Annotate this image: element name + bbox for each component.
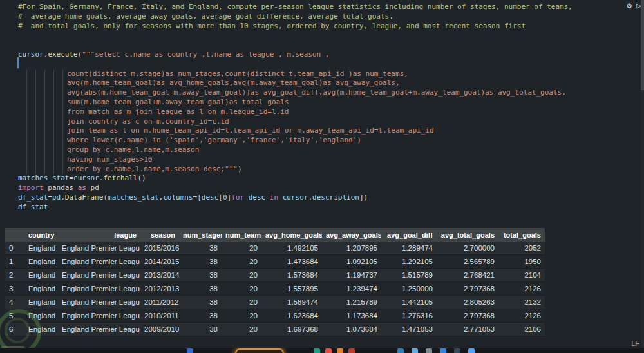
taskbar-active-app[interactable] — [235, 348, 284, 353]
table-cell: 2104 — [498, 269, 545, 282]
code-line[interactable] — [18, 41, 638, 50]
table-cell: 38 — [179, 309, 222, 323]
table-cell: 20 — [222, 282, 261, 296]
code-line[interactable]: order by c.name,l.name,m.season desc;"""… — [18, 165, 638, 175]
table-row: 2EnglandEngland Premier League2013/20143… — [5, 269, 545, 282]
taskbar-icon[interactable] — [314, 348, 320, 353]
table-cell: England — [24, 242, 58, 255]
indent-guides — [18, 79, 67, 88]
scrollbar-thumb[interactable] — [641, 0, 644, 90]
column-header: avg_away_goals — [322, 228, 381, 242]
code-line[interactable] — [18, 60, 638, 70]
column-header: num_stages — [179, 228, 222, 242]
dataframe-table: countryleagueseasonnum_stagesnum_teamsav… — [5, 228, 545, 336]
table-cell: 38 — [179, 269, 222, 282]
code-line[interactable]: join country as c on m.country_id=c.id — [18, 117, 638, 127]
table-row: 6EnglandEngland Premier League2009/20103… — [5, 323, 545, 336]
scrollbar[interactable] — [641, 0, 644, 348]
column-header — [5, 228, 24, 242]
table-cell: 1.589474 — [261, 296, 322, 309]
taskbar-icon[interactable] — [348, 348, 355, 353]
column-header: league — [58, 228, 140, 242]
table-cell: 1.073684 — [322, 323, 381, 336]
table-cell: 1.276316 — [381, 309, 437, 323]
column-header: avg_goal_diff — [381, 228, 437, 242]
taskbar-icon[interactable] — [454, 348, 460, 353]
table-cell: 2106 — [498, 323, 545, 336]
table-cell: 1.173684 — [322, 309, 381, 323]
taskbar-icon[interactable] — [187, 348, 193, 353]
table-cell: 2.768421 — [437, 269, 498, 282]
column-header: country — [24, 228, 58, 242]
eol-indicator[interactable]: LF — [631, 339, 639, 347]
code-line[interactable]: from match as m join league as l on m.le… — [18, 108, 638, 117]
code-line[interactable]: having num_stages>10 — [18, 155, 638, 165]
table-cell: 2052 — [498, 242, 545, 255]
code-line[interactable]: avg(m.home_team_goal)as avg_home_goals,a… — [18, 79, 638, 88]
table-row: 0EnglandEngland Premier League2015/20163… — [5, 242, 545, 255]
table-cell: England Premier League — [58, 296, 140, 309]
table-row: 4EnglandEngland Premier League2011/20123… — [5, 296, 545, 309]
table-cell: 1.697368 — [261, 323, 322, 336]
table-cell: 1.557895 — [261, 282, 322, 296]
taskbar-icon[interactable] — [325, 348, 332, 353]
table-cell: England — [24, 296, 58, 309]
table-cell: 1.250000 — [381, 282, 437, 296]
indent-guides — [18, 108, 67, 117]
code-editor[interactable]: #For Spain, Germany, France, Italy, and … — [18, 3, 638, 213]
table-cell: 2.771053 — [437, 323, 498, 336]
taskbar-icon[interactable] — [468, 348, 475, 353]
code-line[interactable]: #For Spain, Germany, France, Italy, and … — [18, 3, 638, 12]
code-line[interactable]: matches_stat=cursor.fetchall() — [18, 174, 638, 184]
indent-guides — [18, 88, 67, 98]
table-cell: 1.573684 — [261, 269, 322, 282]
table-cell: England — [24, 269, 58, 282]
table-cell: England Premier League — [58, 282, 140, 296]
table-cell: 2013/2014 — [140, 269, 179, 282]
table-cell: 2.797368 — [437, 309, 498, 323]
column-header: num_teams — [222, 228, 261, 242]
code-line[interactable] — [18, 31, 638, 41]
table-cell: 1.473684 — [261, 255, 322, 269]
column-header: avg_home_goals — [261, 228, 322, 242]
table-cell: 20 — [222, 309, 261, 323]
code-line[interactable]: import pandas as pd — [18, 184, 638, 193]
code-line[interactable]: # and total goals, only for seasons with… — [18, 22, 638, 32]
code-line[interactable]: cursor.execute("""select c.name as count… — [18, 50, 638, 60]
code-line[interactable]: join team as t on m.home_team_api_id=t.t… — [18, 126, 638, 136]
table-header-row: countryleagueseasonnum_stagesnum_teamsav… — [5, 228, 545, 242]
table-cell: 38 — [179, 242, 222, 255]
table-row: 3EnglandEngland Premier League2012/20133… — [5, 282, 545, 296]
table-cell: England Premier League — [58, 255, 140, 269]
table-cell: 20 — [222, 255, 261, 269]
code-line[interactable]: where lower(c.name) in ('spain','germany… — [18, 136, 638, 146]
taskbar-icon[interactable] — [412, 348, 418, 353]
code-line[interactable]: avg(abs(m.home_team_goal-m.away_team_goa… — [18, 88, 638, 98]
table-cell: 1.492105 — [261, 242, 322, 255]
table-cell: 38 — [179, 255, 222, 269]
code-line[interactable]: # average home goals, average away goals… — [18, 12, 638, 22]
code-line[interactable]: count(distinct m.stage)as num_stages,cou… — [18, 70, 638, 79]
column-header: avg_total_goals — [437, 228, 498, 242]
table-cell: 2010/2011 — [140, 309, 179, 323]
table-cell: 2011/2012 — [140, 296, 179, 309]
table-cell: 1.471053 — [381, 323, 437, 336]
taskbar-icon[interactable] — [337, 348, 343, 353]
table-cell: England Premier League — [58, 309, 140, 323]
code-line[interactable]: df_stat — [18, 203, 638, 213]
code-line[interactable]: group by c.name,l.name,m.season — [18, 146, 638, 155]
table-cell: 1.515789 — [381, 269, 437, 282]
table-cell: England Premier League — [58, 242, 140, 255]
taskbar-icon[interactable] — [397, 348, 404, 353]
taskbar-icon[interactable] — [426, 348, 432, 353]
table-cell: 20 — [222, 242, 261, 255]
code-line[interactable]: sum(m.home_team_goal+m.away_team_goal)as… — [18, 98, 638, 108]
code-line[interactable]: df_stat=pd.DataFrame(matches_stat,column… — [18, 193, 638, 203]
table-cell: 38 — [179, 323, 222, 336]
table-cell: England — [24, 282, 58, 296]
indent-guides — [18, 165, 67, 175]
table-cell: 20 — [222, 269, 261, 282]
table-cell: 1.207895 — [322, 242, 381, 255]
taskbar-icon[interactable] — [440, 348, 446, 353]
indent-guides — [18, 98, 67, 108]
